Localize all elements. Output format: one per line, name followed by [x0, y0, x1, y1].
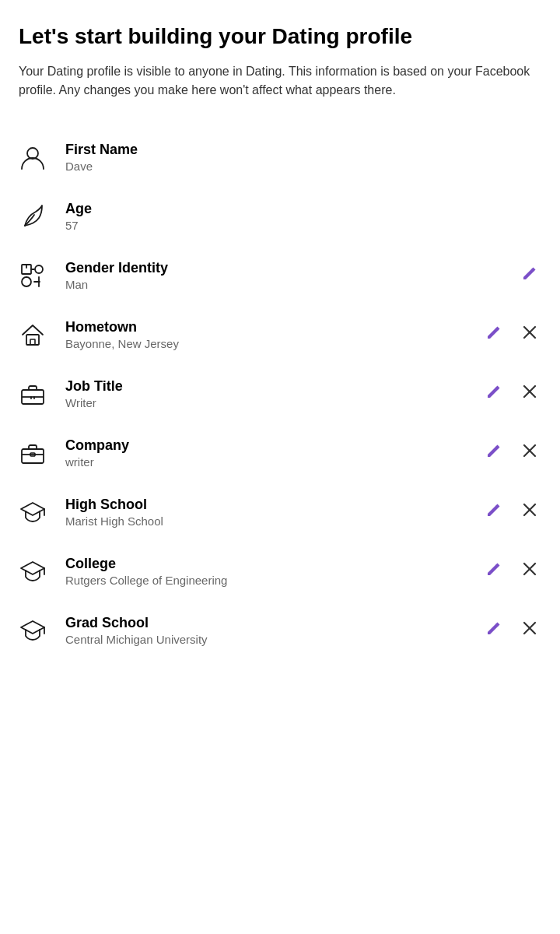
- item-actions-grad-school: [482, 616, 541, 644]
- item-value-hometown: Bayonne, New Jersey: [65, 337, 473, 350]
- edit-button-college[interactable]: [482, 557, 506, 585]
- close-icon-company: [521, 442, 538, 464]
- close-icon-job-title: [521, 383, 538, 405]
- item-actions-college: [482, 557, 541, 585]
- profile-item-college: College Rutgers College of Engineering: [19, 542, 541, 601]
- item-value-high-school: Marist High School: [65, 514, 473, 528]
- item-content-job-title: Job Title Writer: [65, 378, 473, 409]
- home-icon: [19, 321, 47, 349]
- close-icon-high-school: [521, 501, 538, 523]
- item-label-age: Age: [65, 201, 541, 217]
- item-actions-company: [482, 439, 541, 467]
- edit-button-gender-identity[interactable]: [518, 262, 541, 290]
- icon-wrapper-gender-identity: [19, 262, 59, 290]
- delete-button-hometown[interactable]: [518, 321, 541, 349]
- item-label-high-school: High School: [65, 497, 473, 513]
- icon-wrapper-first-name: [19, 143, 59, 171]
- delete-button-high-school[interactable]: [518, 498, 541, 526]
- icon-wrapper-hometown: [19, 321, 59, 349]
- edit-icon-high-school: [485, 501, 502, 523]
- icon-wrapper-company: [19, 439, 59, 467]
- item-value-job-title: Writer: [65, 396, 473, 409]
- item-content-company: Company writer: [65, 437, 473, 469]
- item-value-grad-school: Central Michigan University: [65, 633, 473, 646]
- profile-item-first-name: First Name Dave: [19, 128, 541, 187]
- profile-item-company: Company writer: [19, 423, 541, 483]
- item-value-first-name: Dave: [65, 160, 541, 173]
- item-actions-job-title: [482, 380, 541, 408]
- item-content-age: Age 57: [65, 201, 541, 232]
- gender-icon: [19, 262, 47, 290]
- svg-marker-15: [21, 503, 44, 515]
- icon-wrapper-job-title: [19, 380, 59, 408]
- icon-wrapper-high-school: [19, 498, 59, 526]
- item-label-job-title: Job Title: [65, 378, 473, 395]
- delete-button-job-title[interactable]: [518, 380, 541, 408]
- delete-button-college[interactable]: [518, 557, 541, 585]
- graduation-icon: [19, 498, 47, 526]
- profile-item-gender-identity: Gender Identity Man: [19, 246, 541, 305]
- edit-icon-college: [485, 560, 502, 582]
- edit-button-grad-school[interactable]: [482, 616, 506, 644]
- edit-button-hometown[interactable]: [482, 321, 506, 349]
- profile-item-high-school: High School Marist High School: [19, 483, 541, 542]
- item-label-hometown: Hometown: [65, 319, 473, 335]
- edit-icon-company: [485, 442, 502, 464]
- item-label-gender-identity: Gender Identity: [65, 260, 509, 276]
- profile-item-job-title: Job Title Writer: [19, 364, 541, 423]
- svg-rect-3: [22, 277, 31, 286]
- edit-icon-job-title: [485, 383, 502, 405]
- profile-item-hometown: Hometown Bayonne, New Jersey: [19, 305, 541, 364]
- close-icon-hometown: [521, 324, 538, 346]
- briefcase-icon: [19, 380, 47, 408]
- svg-rect-5: [30, 339, 35, 345]
- item-content-gender-identity: Gender Identity Man: [65, 260, 509, 291]
- profile-item-grad-school: Grad School Central Michigan University: [19, 601, 541, 660]
- grad-icon: [19, 616, 47, 644]
- item-value-gender-identity: Man: [65, 278, 509, 291]
- svg-point-0: [27, 148, 38, 159]
- icon-wrapper-age: [19, 202, 59, 230]
- college-icon: [19, 557, 47, 585]
- item-value-college: Rutgers College of Engineering: [65, 574, 473, 587]
- edit-button-high-school[interactable]: [482, 498, 506, 526]
- item-actions-high-school: [482, 498, 541, 526]
- icon-wrapper-grad-school: [19, 616, 59, 644]
- page-description: Your Dating profile is visible to anyone…: [19, 62, 541, 100]
- edit-button-job-title[interactable]: [482, 380, 506, 408]
- delete-button-grad-school[interactable]: [518, 616, 541, 644]
- item-label-first-name: First Name: [65, 142, 541, 158]
- svg-point-2: [35, 265, 43, 273]
- item-actions-hometown: [482, 321, 541, 349]
- icon-wrapper-college: [19, 557, 59, 585]
- leaf-icon: [19, 202, 47, 230]
- item-label-grad-school: Grad School: [65, 615, 473, 631]
- profile-item-age: Age 57: [19, 187, 541, 246]
- item-label-college: College: [65, 556, 473, 572]
- item-content-first-name: First Name Dave: [65, 142, 541, 173]
- close-icon-college: [521, 560, 538, 582]
- item-content-high-school: High School Marist High School: [65, 497, 473, 528]
- edit-icon-grad-school: [485, 620, 502, 641]
- page-title: Let's start building your Dating profile: [19, 23, 541, 50]
- item-content-grad-school: Grad School Central Michigan University: [65, 615, 473, 646]
- profile-list: First Name Dave Age 57: [19, 128, 541, 660]
- delete-button-company[interactable]: [518, 439, 541, 467]
- item-value-age: 57: [65, 219, 541, 232]
- svg-marker-23: [21, 621, 44, 634]
- item-value-company: writer: [65, 455, 473, 469]
- item-content-college: College Rutgers College of Engineering: [65, 556, 473, 587]
- suitcase-icon: [19, 439, 47, 467]
- item-label-company: Company: [65, 437, 473, 454]
- edit-icon-hometown: [485, 324, 502, 346]
- close-icon-grad-school: [521, 620, 538, 641]
- item-content-hometown: Hometown Bayonne, New Jersey: [65, 319, 473, 350]
- edit-button-company[interactable]: [482, 439, 506, 467]
- item-actions-gender-identity: [518, 262, 541, 290]
- person-icon: [19, 143, 47, 171]
- edit-icon-gender-identity: [521, 265, 538, 286]
- svg-marker-19: [21, 562, 44, 574]
